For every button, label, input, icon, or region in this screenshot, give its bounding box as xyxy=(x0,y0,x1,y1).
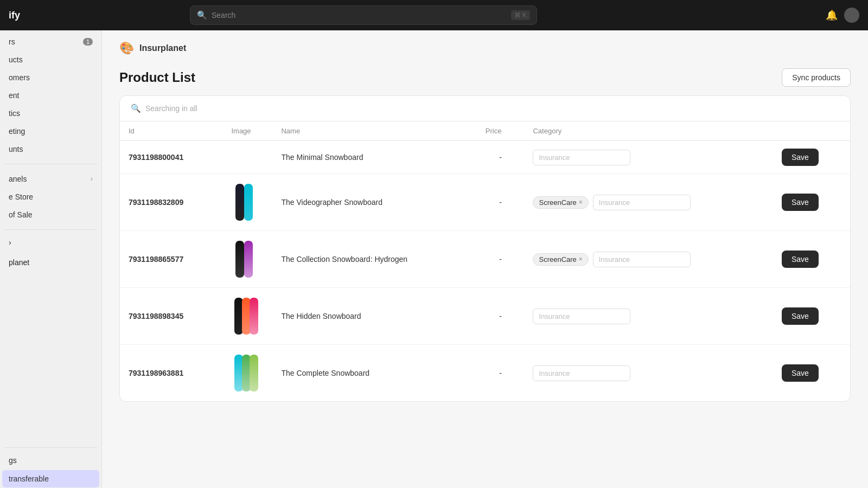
notification-icon[interactable]: 🔔 xyxy=(826,9,838,21)
product-image-cell xyxy=(222,288,272,345)
svg-rect-6 xyxy=(250,298,258,335)
svg-rect-9 xyxy=(250,355,258,391)
product-category-cell xyxy=(524,141,773,174)
svg-rect-1 xyxy=(244,184,253,221)
category-input[interactable] xyxy=(593,195,691,210)
category-input[interactable] xyxy=(533,309,630,324)
table-search-input[interactable] xyxy=(145,104,839,113)
logo: ify xyxy=(9,10,41,21)
table-row: 7931198963881 The Complete Snowboard-Sav… xyxy=(120,345,850,402)
product-save-cell: Save xyxy=(773,141,850,174)
product-id: 7931198832809 xyxy=(120,174,222,231)
sidebar-item-analytics[interactable]: tics xyxy=(2,105,99,122)
product-image-cell xyxy=(222,141,272,174)
product-save-cell: Save xyxy=(773,231,850,288)
sidebar-expand-item[interactable]: › xyxy=(2,234,99,251)
sidebar-online-store-label: e Store xyxy=(9,192,33,201)
product-image-cell xyxy=(222,345,272,402)
product-table: Id Image Name Price Category 79311988000… xyxy=(120,121,850,401)
save-button[interactable]: Save xyxy=(782,194,819,211)
save-button[interactable]: Save xyxy=(782,149,819,166)
sidebar-item-customers[interactable]: omers xyxy=(2,69,99,86)
product-category-cell xyxy=(524,288,773,345)
table-search[interactable]: 🔍 xyxy=(120,96,850,121)
sidebar-item-orders[interactable]: rs 1 xyxy=(2,33,99,50)
product-image-cell xyxy=(222,231,272,288)
search-bar[interactable]: 🔍 ⌘ K xyxy=(190,5,537,25)
sidebar-pos-label: of Sale xyxy=(9,210,33,219)
category-input[interactable] xyxy=(593,252,691,267)
category-input[interactable] xyxy=(533,150,630,165)
search-icon: 🔍 xyxy=(197,10,207,20)
sidebar: rs 1 ucts omers ent tics eting unts xyxy=(0,30,102,488)
sidebar-transferable-label: transferable xyxy=(9,474,49,483)
save-button[interactable]: Save xyxy=(782,364,819,382)
svg-rect-3 xyxy=(244,241,253,278)
svg-rect-8 xyxy=(242,355,251,391)
product-name: The Hidden Snowboard xyxy=(272,288,476,345)
sidebar-channels-label: anels xyxy=(9,175,27,183)
sidebar-channels-section: anels › e Store of Sale xyxy=(0,168,101,226)
sidebar-settings-label: gs xyxy=(9,456,17,465)
product-id: 7931198898345 xyxy=(120,288,222,345)
remove-tag-button[interactable]: × xyxy=(579,199,583,206)
sidebar-channels-header[interactable]: anels › xyxy=(2,170,99,188)
avatar[interactable] xyxy=(844,8,859,23)
store-header: 🎨 Insurplanet xyxy=(119,41,851,55)
topbar: ify 🔍 ⌘ K 🔔 xyxy=(0,0,868,30)
search-icon-table: 🔍 xyxy=(131,104,141,113)
table-row: 7931198898345 The Hidden Snowboard-Save xyxy=(120,288,850,345)
sidebar-analytics-label: tics xyxy=(9,109,20,118)
sidebar-store-section: planet xyxy=(2,254,99,271)
store-name: Insurplanet xyxy=(139,43,186,53)
sidebar-item-products[interactable]: ucts xyxy=(2,51,99,68)
sidebar-item-point-of-sale[interactable]: of Sale xyxy=(2,206,99,223)
table-row: 7931198800041The Minimal Snowboard-Save xyxy=(120,141,850,174)
product-save-cell: Save xyxy=(773,174,850,231)
product-price: - xyxy=(477,345,525,402)
svg-rect-4 xyxy=(234,298,243,335)
sidebar-divider-2 xyxy=(4,229,97,230)
category-tag: ScreenCare× xyxy=(533,253,588,266)
col-header-actions xyxy=(773,121,850,141)
tag-label: ScreenCare xyxy=(539,198,576,207)
sidebar-item-settings[interactable]: gs xyxy=(2,452,99,469)
product-list-header: Product List Sync products xyxy=(119,68,851,87)
table-row: 7931198832809 The Videographer Snowboard… xyxy=(120,174,850,231)
product-price: - xyxy=(477,288,525,345)
chevron-right-icon: › xyxy=(91,175,93,183)
sidebar-orders-label: rs xyxy=(9,37,15,46)
col-header-category: Category xyxy=(524,121,773,141)
sidebar-main-nav: rs 1 ucts omers ent tics eting unts xyxy=(0,30,101,160)
product-name: The Minimal Snowboard xyxy=(272,141,476,174)
table-row: 7931198865577 The Collection Snowboard: … xyxy=(120,231,850,288)
product-price: - xyxy=(477,174,525,231)
product-name: The Videographer Snowboard xyxy=(272,174,476,231)
remove-tag-button[interactable]: × xyxy=(579,256,583,262)
save-button[interactable]: Save xyxy=(782,307,819,325)
product-category-cell: ScreenCare× xyxy=(524,231,773,288)
sync-products-button[interactable]: Sync products xyxy=(782,68,851,87)
product-name: The Complete Snowboard xyxy=(272,345,476,402)
product-save-cell: Save xyxy=(773,345,850,402)
sidebar-store-name: planet xyxy=(9,258,93,267)
search-shortcut: ⌘ K xyxy=(511,10,530,20)
svg-rect-7 xyxy=(234,355,243,391)
save-button[interactable]: Save xyxy=(782,251,819,268)
sidebar-item-transferable[interactable]: transferable xyxy=(2,470,99,487)
search-input[interactable] xyxy=(212,11,507,20)
col-header-image: Image xyxy=(222,121,272,141)
sidebar-products-label: ucts xyxy=(9,55,23,64)
product-name: The Collection Snowboard: Hydrogen xyxy=(272,231,476,288)
category-input[interactable] xyxy=(533,365,630,381)
store-emoji: 🎨 xyxy=(119,41,134,55)
chevron-right-icon-2: › xyxy=(9,238,11,247)
sidebar-item-discounts[interactable]: unts xyxy=(2,140,99,158)
sidebar-item-marketing[interactable]: eting xyxy=(2,123,99,140)
topbar-actions: 🔔 xyxy=(826,8,859,23)
sidebar-item-content[interactable]: ent xyxy=(2,87,99,104)
tag-label: ScreenCare xyxy=(539,255,576,264)
sidebar-item-online-store[interactable]: e Store xyxy=(2,188,99,206)
col-header-id: Id xyxy=(120,121,222,141)
sidebar-customers-label: omers xyxy=(9,73,30,82)
